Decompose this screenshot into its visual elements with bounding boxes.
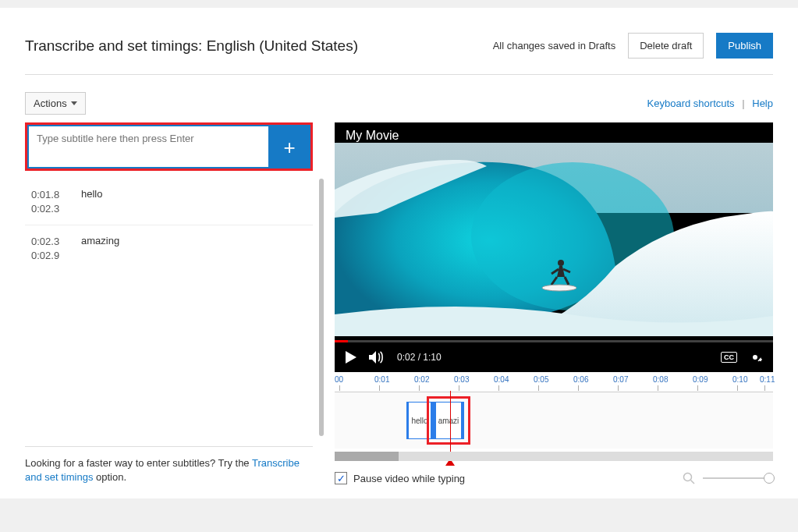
cc-icon[interactable]: CC xyxy=(721,352,737,363)
page-title: Transcribe and set timings: English (Uni… xyxy=(25,37,358,55)
tick: 0:03 xyxy=(454,375,469,384)
pause-while-typing-checkbox[interactable]: ✓ Pause video while typing xyxy=(335,472,465,484)
timeline: 00 0:01 0:02 0:03 0:04 0:05 0:06 0:07 0:… xyxy=(335,375,773,461)
subtitle-text: amazing xyxy=(81,235,307,262)
tick: 0:01 xyxy=(374,375,389,384)
tick: 0:06 xyxy=(573,375,588,384)
separator: | xyxy=(742,98,744,109)
save-status: All changes saved in Drafts xyxy=(493,40,616,51)
delete-draft-button[interactable]: Delete draft xyxy=(628,33,704,59)
subtitle-times: 0:01.8 0:02.3 xyxy=(31,188,81,215)
zoom-slider-knob[interactable] xyxy=(764,473,775,484)
main-content: + 0:01.8 0:02.3 hello 0:02.3 0:02.9 amaz… xyxy=(25,122,773,484)
timeline-scrollbar[interactable] xyxy=(335,452,773,461)
volume-icon[interactable] xyxy=(369,350,385,364)
svg-point-3 xyxy=(542,285,576,291)
subtitle-input[interactable] xyxy=(27,125,268,168)
chevron-down-icon xyxy=(71,101,77,105)
scrollbar-thumb[interactable] xyxy=(319,179,324,436)
playhead[interactable] xyxy=(450,391,451,459)
actions-label: Actions xyxy=(34,98,67,109)
help-link[interactable]: Help xyxy=(752,98,773,109)
timeline-segment[interactable]: hello xyxy=(406,402,433,439)
tick: 0:07 xyxy=(613,375,628,384)
tick: 0:08 xyxy=(653,375,668,384)
subtitle-times: 0:02.3 0:02.9 xyxy=(31,235,81,262)
zoom-slider[interactable] xyxy=(703,477,773,479)
tick: 0:02 xyxy=(414,375,429,384)
timeline-track[interactable]: hello amazi xyxy=(335,392,773,449)
search-icon[interactable] xyxy=(683,472,695,484)
timeline-scroll-thumb[interactable] xyxy=(335,452,399,461)
help-links: Keyboard shortcuts | Help xyxy=(647,98,773,109)
subtitle-row[interactable]: 0:02.3 0:02.9 amazing xyxy=(25,225,313,271)
svg-point-4 xyxy=(684,473,692,481)
gear-icon[interactable] xyxy=(748,350,762,364)
video-frame xyxy=(335,143,773,336)
hint-text: Looking for a faster way to enter subtit… xyxy=(25,446,313,484)
actions-dropdown[interactable]: Actions xyxy=(25,92,86,115)
segment-handle-right[interactable] xyxy=(461,403,463,438)
video-controls: 0:02 / 1:10 CC xyxy=(335,342,773,372)
bottom-controls: ✓ Pause video while typing xyxy=(335,472,773,484)
video-title: My Movie xyxy=(346,129,399,143)
keyboard-shortcuts-link[interactable]: Keyboard shortcuts xyxy=(647,98,735,109)
subtitle-list: 0:01.8 0:02.3 hello 0:02.3 0:02.9 amazin… xyxy=(25,179,313,446)
play-icon[interactable] xyxy=(346,351,356,364)
app-frame: { "header": { "title": "Transcribe and s… xyxy=(0,8,798,498)
zoom-control xyxy=(683,472,773,484)
segment-handle-left[interactable] xyxy=(407,403,409,438)
timeline-segment[interactable]: amazi xyxy=(433,402,464,439)
segment-handle-left[interactable] xyxy=(434,403,436,438)
header-actions: All changes saved in Drafts Delete draft… xyxy=(493,33,773,59)
subtitle-input-highlight: + xyxy=(25,122,313,171)
tick: 00 xyxy=(335,375,343,384)
segment-label: hello xyxy=(409,415,430,427)
video-time: 0:02 / 1:10 xyxy=(397,352,442,363)
tick: 0:04 xyxy=(494,375,509,384)
video-player[interactable]: My Movie xyxy=(335,122,773,372)
subtitle-text: hello xyxy=(81,188,307,215)
tick: 0:09 xyxy=(693,375,708,384)
add-subtitle-button[interactable]: + xyxy=(268,125,310,168)
tick: 0:10 xyxy=(732,375,747,384)
checkbox-icon: ✓ xyxy=(335,472,347,484)
tick: 0:05 xyxy=(534,375,548,384)
segment-label: amazi xyxy=(436,415,462,427)
svg-line-5 xyxy=(691,481,695,484)
pause-label: Pause video while typing xyxy=(353,473,465,484)
publish-button[interactable]: Publish xyxy=(716,33,773,59)
page-header: Transcribe and set timings: English (Uni… xyxy=(25,22,773,75)
subtitle-panel: + 0:01.8 0:02.3 hello 0:02.3 0:02.9 amaz… xyxy=(25,122,313,484)
video-panel: My Movie xyxy=(335,122,773,484)
segment-handle-right[interactable] xyxy=(431,403,432,438)
subtitle-row[interactable]: 0:01.8 0:02.3 hello xyxy=(25,179,313,225)
svg-point-2 xyxy=(558,260,564,266)
tick: 0:11 xyxy=(760,375,775,384)
timeline-ruler[interactable]: 00 0:01 0:02 0:03 0:04 0:05 0:06 0:07 0:… xyxy=(335,375,773,392)
toolbar: Actions Keyboard shortcuts | Help xyxy=(25,92,773,115)
